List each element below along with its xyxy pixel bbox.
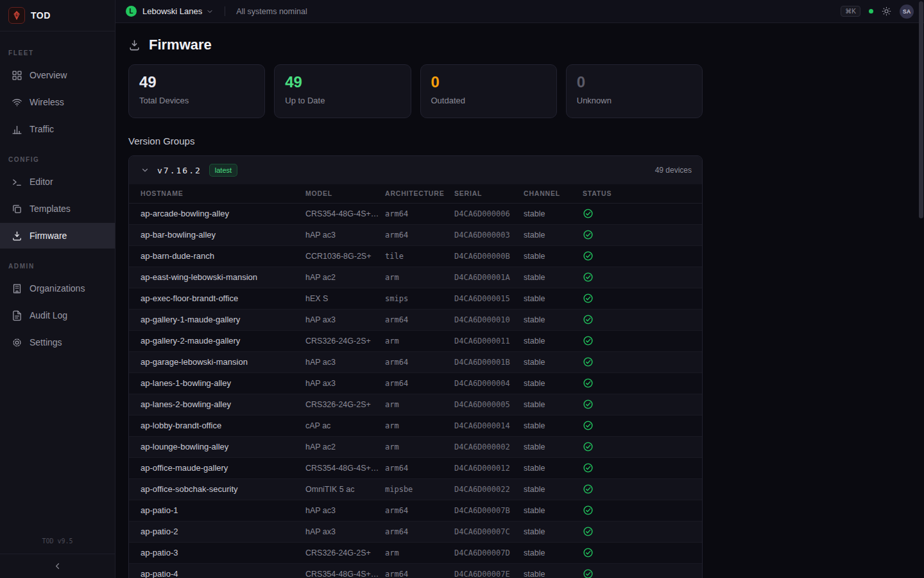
cell-model: CCR1036-8G-2S+ [305, 245, 385, 267]
gear-icon [12, 337, 22, 348]
cell-hostname: ap-gallery-2-maude-gallery [129, 330, 305, 351]
sidebar-item-label: Overview [30, 70, 67, 80]
org-switcher[interactable]: L Lebowski Lanes [126, 6, 214, 17]
cell-model: CRS354-48G-4S+… [305, 457, 385, 478]
table-row[interactable]: ap-barn-dude-ranch CCR1036-8G-2S+ tile D… [129, 245, 702, 267]
cell-architecture: arm64 [385, 309, 454, 330]
version-label: v7.16.2 [157, 166, 201, 175]
table-header-row: HOSTNAME MODEL ARCHITECTURE SERIAL CHANN… [129, 184, 702, 203]
cell-channel: stable [524, 457, 583, 478]
cell-hostname: ap-arcade-bowling-alley [129, 203, 305, 224]
cell-channel: stable [524, 224, 583, 245]
nav-section-fleet: FLEET [0, 49, 115, 57]
sidebar-item-templates[interactable]: Templates [0, 196, 115, 222]
table-row[interactable]: ap-gallery-2-maude-gallery CRS326-24G-2S… [129, 330, 702, 351]
app-logo: TOD [0, 0, 115, 31]
cell-model: cAP ac [305, 415, 385, 436]
cell-model: hAP ac2 [305, 436, 385, 457]
version-group-header[interactable]: v7.16.2 latest 49 devices [129, 156, 702, 184]
sidebar-item-organizations[interactable]: Organizations [0, 276, 115, 301]
building-icon [12, 283, 22, 294]
download-icon [12, 231, 22, 241]
check-circle-icon [583, 378, 594, 389]
cell-channel: stable [524, 288, 583, 309]
sidebar-item-overview[interactable]: Overview [0, 62, 115, 88]
cell-channel: stable [524, 309, 583, 330]
cell-channel: stable [524, 330, 583, 351]
stats-row: 49 Total Devices 49 Up to Date 0 Outdate… [128, 64, 703, 118]
cell-serial: D4CA6D000011 [454, 330, 524, 351]
cell-hostname: ap-patio-3 [129, 542, 305, 563]
sidebar-item-firmware[interactable]: Firmware [0, 223, 115, 249]
cell-status [583, 394, 702, 415]
cell-serial: D4CA6D000022 [454, 478, 524, 500]
cell-status [583, 245, 702, 267]
cell-model: CRS326-24G-2S+ [305, 394, 385, 415]
cell-architecture: arm [385, 415, 454, 436]
table-row[interactable]: ap-lounge-bowling-alley hAP ac2 arm D4CA… [129, 436, 702, 457]
file-text-icon [12, 310, 22, 321]
sidebar-item-editor[interactable]: Editor [0, 169, 115, 195]
cell-architecture: arm [385, 542, 454, 563]
table-row[interactable]: ap-exec-floor-brandt-office hEX S smips … [129, 288, 702, 309]
sidebar-collapse-button[interactable] [0, 554, 115, 578]
command-palette-shortcut[interactable]: ⌘K [841, 6, 860, 17]
table-row[interactable]: ap-patio-3 CRS326-24G-2S+ arm D4CA6D0000… [129, 542, 702, 563]
cell-channel: stable [524, 500, 583, 521]
cell-hostname: ap-office-sobchak-security [129, 478, 305, 500]
sidebar-item-label: Settings [30, 337, 62, 347]
stat-card-unknown: 0 Unknown [566, 64, 703, 118]
cell-hostname: ap-patio-2 [129, 521, 305, 542]
table-row[interactable]: ap-patio-1 hAP ac3 arm64 D4CA6D00007B st… [129, 500, 702, 521]
table-row[interactable]: ap-east-wing-lebowski-mansion hAP ac2 ar… [129, 267, 702, 288]
cell-channel: stable [524, 394, 583, 415]
app-version: TOD v9.5 [0, 538, 115, 554]
sidebar-item-label: Organizations [30, 283, 85, 293]
page-title: Firmware [149, 37, 212, 53]
table-row[interactable]: ap-arcade-bowling-alley CRS354-48G-4S+… … [129, 203, 702, 224]
vertical-scrollbar[interactable] [919, 1, 923, 218]
chevron-left-icon [53, 561, 62, 571]
col-status: STATUS [583, 184, 702, 203]
chevron-down-icon[interactable] [141, 166, 150, 175]
table-row[interactable]: ap-lobby-brandt-office cAP ac arm D4CA6D… [129, 415, 702, 436]
table-row[interactable]: ap-patio-2 hAP ax3 arm64 D4CA6D00007C st… [129, 521, 702, 542]
table-row[interactable]: ap-gallery-1-maude-gallery hAP ax3 arm64… [129, 309, 702, 330]
nav-section-admin: ADMIN [0, 263, 115, 270]
version-groups-title: Version Groups [128, 136, 924, 146]
stat-value: 0 [431, 73, 546, 92]
firmware-download-icon [128, 39, 141, 51]
table-row[interactable]: ap-office-maude-gallery CRS354-48G-4S+… … [129, 457, 702, 478]
cell-hostname: ap-lanes-1-bowling-alley [129, 372, 305, 394]
user-avatar[interactable]: SA [900, 4, 914, 19]
table-row[interactable]: ap-lanes-1-bowling-alley hAP ax3 arm64 D… [129, 372, 702, 394]
cell-status [583, 267, 702, 288]
cell-serial: D4CA6D000002 [454, 436, 524, 457]
sidebar-item-audit-log[interactable]: Audit Log [0, 302, 115, 328]
table-row[interactable]: ap-patio-4 CRS354-48G-4S+… arm64 D4CA6D0… [129, 563, 702, 578]
table-row[interactable]: ap-lanes-2-bowling-alley CRS326-24G-2S+ … [129, 394, 702, 415]
cell-model: hAP ac3 [305, 224, 385, 245]
stat-label: Outdated [431, 96, 546, 105]
cell-channel: stable [524, 267, 583, 288]
table-row[interactable]: ap-garage-lebowski-mansion hAP ac3 arm64… [129, 351, 702, 372]
cell-model: hEX S [305, 288, 385, 309]
cell-model: hAP ax3 [305, 521, 385, 542]
table-row[interactable]: ap-bar-bowling-alley hAP ac3 arm64 D4CA6… [129, 224, 702, 245]
cell-status [583, 542, 702, 563]
cell-hostname: ap-east-wing-lebowski-mansion [129, 267, 305, 288]
cell-channel: stable [524, 436, 583, 457]
app-name: TOD [31, 10, 51, 21]
check-circle-icon [583, 314, 594, 325]
sidebar-item-traffic[interactable]: Traffic [0, 116, 115, 142]
device-table: HOSTNAME MODEL ARCHITECTURE SERIAL CHANN… [129, 184, 702, 578]
cell-serial: D4CA6D00000B [454, 245, 524, 267]
sidebar-item-settings[interactable]: Settings [0, 329, 115, 355]
table-row[interactable]: ap-office-sobchak-security OmniTIK 5 ac … [129, 478, 702, 500]
theme-toggle-button[interactable] [882, 6, 891, 16]
sidebar-item-label: Firmware [30, 231, 67, 241]
bar-chart-icon [12, 124, 22, 135]
col-hostname: HOSTNAME [129, 184, 305, 203]
sidebar-item-wireless[interactable]: Wireless [0, 89, 115, 115]
check-circle-icon [583, 399, 594, 410]
